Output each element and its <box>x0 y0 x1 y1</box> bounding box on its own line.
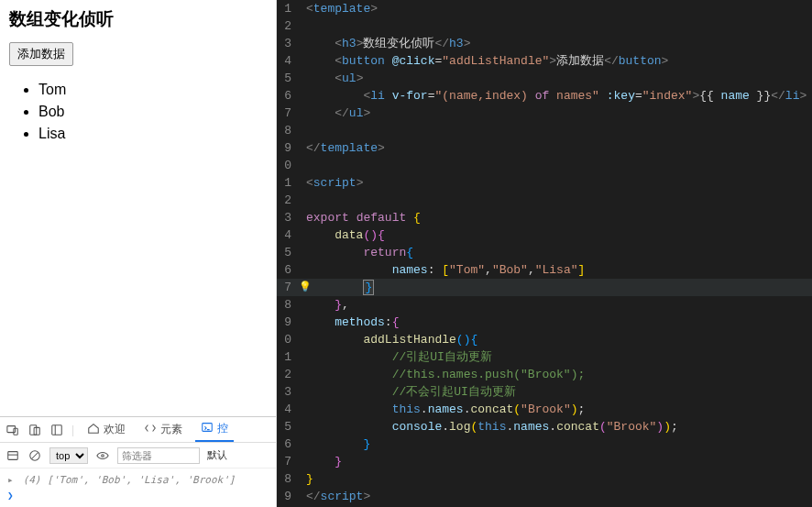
line-number: 0 <box>277 157 297 174</box>
code-line[interactable]: 9</script> <box>277 488 812 505</box>
levels-label[interactable]: 默认 <box>207 448 227 462</box>
code-content <box>297 192 812 209</box>
code-content: names: ["Tom","Bob","Lisa"] <box>297 261 812 279</box>
code-line[interactable]: 9 methods:{ <box>277 314 812 331</box>
line-number: 6 <box>277 261 297 279</box>
code-content: //不会引起UI自动更新 <box>297 383 812 401</box>
code-content: //引起UI自动更新 <box>297 348 812 366</box>
console-icon <box>201 421 214 436</box>
svg-rect-2 <box>30 424 37 435</box>
tab-elements[interactable]: 元素 <box>138 417 188 442</box>
code-content: <h3>数组变化侦听</h3> <box>297 35 812 52</box>
code-content: } <box>297 453 812 470</box>
code-line[interactable]: 6 } <box>277 435 812 453</box>
code-content: this.names.concat("Brook"); <box>297 401 812 418</box>
line-number: 1 <box>277 0 297 17</box>
svg-rect-7 <box>8 451 18 459</box>
code-content: </template> <box>297 139 812 157</box>
line-number: 5 <box>277 70 297 87</box>
code-content: //this.names.push("Brook"); <box>297 366 812 383</box>
filter-input[interactable] <box>117 447 200 464</box>
list-item: Tom <box>38 79 267 101</box>
tab-welcome[interactable]: 欢迎 <box>82 417 131 442</box>
code-content: <button @click="addListHandle">添加数据</but… <box>297 52 812 70</box>
code-line[interactable]: 2 //this.names.push("Brook"); <box>277 366 812 383</box>
code-content: <script> <box>297 174 812 192</box>
line-number: 9 <box>277 139 297 157</box>
code-content: } <box>297 435 812 453</box>
svg-rect-4 <box>52 424 62 435</box>
code-content: data(){ <box>297 226 812 244</box>
line-number: 9 <box>277 314 297 331</box>
code-line[interactable]: 7 } <box>277 279 812 296</box>
code-content: export default { <box>297 209 812 226</box>
line-number: 8 <box>277 296 297 314</box>
code-content: methods:{ <box>297 314 812 331</box>
tab-console[interactable]: 控 <box>195 417 234 442</box>
context-select[interactable]: top <box>49 447 88 464</box>
svg-line-10 <box>32 452 38 458</box>
code-line[interactable]: 7 </ul> <box>277 105 812 122</box>
line-number: 1 <box>277 348 297 366</box>
code-line[interactable]: 5 <ul> <box>277 70 812 87</box>
eye-icon[interactable] <box>95 448 110 463</box>
code-line[interactable]: 6 <li v-for="(name,index) of names" :key… <box>277 87 812 105</box>
line-number: 1 <box>277 174 297 192</box>
code-line[interactable]: 5 return{ <box>277 244 812 261</box>
code-content: }, <box>297 296 812 314</box>
code-line[interactable]: 1<template> <box>277 0 812 17</box>
code-line[interactable]: 6 names: ["Tom","Bob","Lisa"] <box>277 261 812 279</box>
code-content <box>297 157 812 174</box>
app-viewport: 数组变化侦听 添加数据 Tom Bob Lisa <box>0 0 276 416</box>
code-content: </ul> <box>297 105 812 122</box>
line-number: 2 <box>277 192 297 209</box>
console-log-line[interactable]: ▸ (4) ['Tom', 'Bob', 'Lisa', 'Brook'] <box>7 474 269 486</box>
line-number: 3 <box>277 383 297 401</box>
code-content: return{ <box>297 244 812 261</box>
code-line[interactable]: 7 } <box>277 453 812 470</box>
list-item: Lisa <box>38 123 267 145</box>
code-line[interactable]: 8} <box>277 470 812 488</box>
code-content: </script> <box>297 488 812 505</box>
code-content: console.log(this.names.concat("Brook")); <box>297 418 812 435</box>
code-line[interactable]: 4 data(){ <box>277 226 812 244</box>
code-line[interactable]: 3 <h3>数组变化侦听</h3> <box>277 35 812 52</box>
code-line[interactable]: 0 <box>277 157 812 174</box>
code-content: <li v-for="(name,index) of names" :key="… <box>297 87 812 105</box>
code-content: <ul> <box>297 70 812 87</box>
code-line[interactable]: 3 //不会引起UI自动更新 <box>277 383 812 401</box>
add-data-button[interactable]: 添加数据 <box>9 42 73 66</box>
code-line[interactable]: 8 }, <box>277 296 812 314</box>
code-line[interactable]: 2 <box>277 17 812 35</box>
device-icon[interactable] <box>5 423 20 437</box>
dock-icon[interactable] <box>49 423 64 437</box>
line-number: 2 <box>277 17 297 35</box>
line-number: 4 <box>277 52 297 70</box>
line-number: 3 <box>277 209 297 226</box>
devtools-tabbar: | 欢迎 元素 控 <box>0 417 276 443</box>
page-title: 数组变化侦听 <box>9 7 267 31</box>
code-line[interactable]: 9</template> <box>277 139 812 157</box>
line-number: 4 <box>277 226 297 244</box>
sidebar-toggle-icon[interactable] <box>5 448 20 463</box>
code-line[interactable]: 5 console.log(this.names.concat("Brook")… <box>277 418 812 435</box>
code-line[interactable]: 1<script> <box>277 174 812 192</box>
line-number: 6 <box>277 87 297 105</box>
code-line[interactable]: 0 addListHandle(){ <box>277 331 812 348</box>
home-icon <box>87 422 100 437</box>
code-line[interactable]: 3export default { <box>277 209 812 226</box>
code-content: } <box>297 279 812 296</box>
code-line[interactable]: 4 this.names.concat("Brook"); <box>277 401 812 418</box>
code-line[interactable]: 8 <box>277 122 812 139</box>
svg-point-11 <box>102 454 104 457</box>
clear-console-icon[interactable] <box>27 448 42 463</box>
code-line[interactable]: 4 <button @click="addListHandle">添加数据</b… <box>277 52 812 70</box>
devtools-panel: | 欢迎 元素 控 top 默认 ▸ (4) <box>0 416 276 507</box>
code-line[interactable]: 2 <box>277 192 812 209</box>
console-prompt[interactable]: ❯ <box>7 490 269 501</box>
list-item: Bob <box>38 101 267 123</box>
code-line[interactable]: 1 //引起UI自动更新 <box>277 348 812 366</box>
line-number: 7 <box>277 453 297 470</box>
code-editor[interactable]: 1<template>23 <h3>数组变化侦听</h3>4 <button @… <box>277 0 812 507</box>
responsive-icon[interactable] <box>27 423 42 437</box>
